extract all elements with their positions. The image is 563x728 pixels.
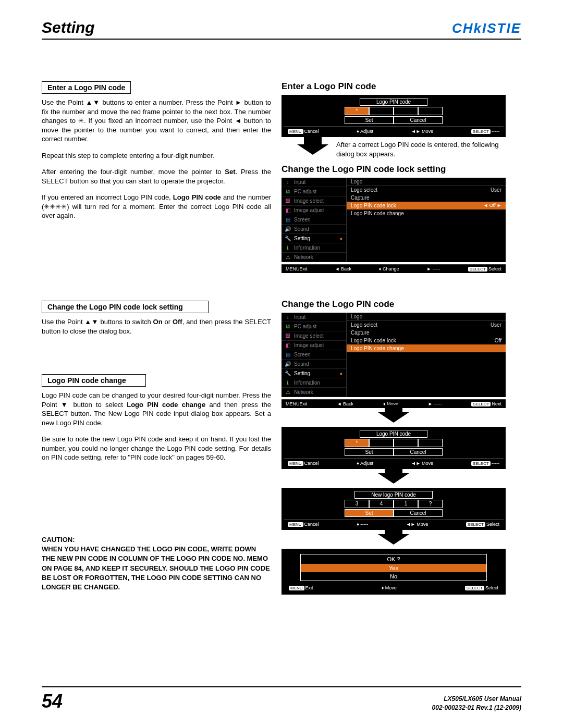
menu-item-screen: ▤Screen bbox=[282, 215, 346, 225]
menu-icon: ◧ bbox=[285, 342, 291, 349]
menu-item-pc-adjust: 🖥PC adjust bbox=[282, 322, 346, 331]
pin-digit-2 bbox=[369, 107, 394, 115]
menu-icon: ℹ bbox=[285, 380, 291, 386]
osd-confirm: OK ? Yes No MENUExit ♦ Move SELECTSelect bbox=[282, 549, 506, 595]
osd1-cancel-button: Cancel bbox=[394, 116, 443, 124]
menu-right-header: Logo bbox=[347, 178, 506, 186]
menu-icon: ◧ bbox=[285, 207, 291, 214]
menu-item-image-select: 🖼Image select bbox=[282, 196, 346, 206]
menu-item-image-select: 🖼Image select bbox=[282, 331, 346, 341]
page-footer: 54 LX505/LX605 User Manual 002-000232-01… bbox=[42, 686, 521, 712]
osd-new-pin: New logo PIN code 3 4 1 ? Set Cancel MEN… bbox=[282, 488, 506, 530]
left-column: Enter a Logo PIN code Use the Point ▲▼ b… bbox=[42, 81, 271, 595]
select-badge: SELECT bbox=[471, 129, 491, 134]
osd1-set-button: Set bbox=[345, 116, 394, 124]
arrow-down-icon bbox=[297, 144, 328, 155]
section-pin-change-header: Logo PIN code change bbox=[42, 374, 146, 387]
sec3-para-2: Be sure to note the new Logo PIN code an… bbox=[42, 435, 271, 462]
caution-text: WHEN YOU HAVE CHANGED THE LOGO PIN CODE,… bbox=[42, 545, 271, 592]
menu1-footer: MENUExit ◄ Back ♦ Change ► ----- SELECTS… bbox=[282, 264, 506, 273]
footer-model: LX505/LX605 User Manual bbox=[432, 695, 521, 704]
menu-icon: ↓ bbox=[285, 179, 291, 186]
right-h2: Change the Logo PIN code lock setting bbox=[282, 164, 506, 175]
arrow-down-icon bbox=[378, 412, 409, 423]
right-h1: Enter a Logo PIN code bbox=[282, 81, 506, 92]
page-title: Setting bbox=[42, 19, 95, 36]
page-header: Setting CHkISTIE bbox=[42, 19, 521, 40]
menu-icon: ▤ bbox=[285, 352, 291, 358]
menu-item-network: ⚠Network bbox=[282, 388, 346, 397]
menu-item-pin-change-selected: Logo PIN code change bbox=[347, 344, 506, 352]
menu-icon: 🔧 bbox=[285, 236, 291, 242]
page-number: 54 bbox=[42, 690, 63, 712]
menu-icon: 🖼 bbox=[285, 198, 291, 204]
menu-icon: 🖥 bbox=[285, 189, 291, 195]
menu-screenshot-change: ↓Input🖥PC adjust🖼Image select◧Image adju… bbox=[282, 313, 506, 397]
sec2-para-1: Use the Point ▲▼ buttons to switch On or… bbox=[42, 317, 271, 336]
menu-item-screen: ▤Screen bbox=[282, 350, 346, 360]
menu-icon: 🖼 bbox=[285, 333, 291, 339]
osd3-set-button-selected: Set bbox=[345, 509, 394, 517]
menu-icon: ▤ bbox=[285, 217, 291, 223]
menu-icon: ⚠ bbox=[285, 254, 291, 261]
menu-icon: 🔊 bbox=[285, 226, 291, 232]
menu-item-sound: 🔊Sound bbox=[282, 225, 346, 234]
osd1-title: Logo PIN code bbox=[360, 98, 427, 106]
right-column: Enter a Logo PIN code Logo PIN code * Se… bbox=[282, 81, 506, 595]
osd-pin-reenter: Logo PIN code * Set Cancel MENUCancel ♦ … bbox=[282, 427, 506, 469]
brand-logo: CHkISTIE bbox=[452, 20, 521, 36]
arrow-caption: After a correct Logo PIN code is entered… bbox=[336, 140, 506, 158]
menu-item-input: ↓Input bbox=[282, 313, 346, 322]
menu-icon: ⚠ bbox=[285, 389, 291, 396]
right-h3: Change the Logo PIN code bbox=[282, 299, 506, 310]
menu-item-input: ↓Input bbox=[282, 178, 346, 187]
menu-item-pc-adjust: 🖥PC adjust bbox=[282, 187, 346, 196]
osd-enter-pin: Logo PIN code * Set Cancel MENUCancel ♦ … bbox=[282, 95, 506, 137]
sec3-para-1: Logo PIN code can be changed to your des… bbox=[42, 391, 271, 427]
menu-icon: ℹ bbox=[285, 245, 291, 251]
sec1-para-1: Use the Point ▲▼ buttons to enter a numb… bbox=[42, 98, 271, 144]
pin-digit-3 bbox=[394, 107, 418, 115]
menu-item-image-adjust: ◧Image adjust bbox=[282, 206, 346, 215]
caution-block: CAUTION: WHEN YOU HAVE CHANGED THE LOGO … bbox=[42, 535, 271, 592]
pin-digit-4 bbox=[418, 107, 443, 115]
footer-docid: 002-000232-01 Rev.1 (12-2009) bbox=[432, 704, 521, 712]
ok-title: OK ? bbox=[301, 554, 486, 564]
menu-badge: MENU bbox=[288, 129, 303, 134]
menu-item-information: ℹInformation bbox=[282, 243, 346, 253]
section-change-lock-header: Change the Logo PIN code lock setting bbox=[42, 301, 209, 313]
page-content: Enter a Logo PIN code Use the Point ▲▼ b… bbox=[42, 81, 521, 595]
menu-item-network: ⚠Network bbox=[282, 253, 346, 262]
menu-icon: 🖥 bbox=[285, 324, 291, 330]
pin-digit-1: * bbox=[345, 107, 369, 115]
triangle-left-icon: ◄ bbox=[338, 371, 343, 376]
menu-icon: 🔧 bbox=[285, 371, 291, 377]
caution-label: CAUTION: bbox=[42, 535, 271, 545]
sec1-para-3: After entering the four-digit number, mo… bbox=[42, 167, 271, 186]
menu-item-setting: 🔧Setting◄ bbox=[282, 369, 346, 378]
triangle-left-icon: ◄ bbox=[338, 236, 343, 241]
menu-icon: 🔊 bbox=[285, 361, 291, 367]
arrow-down-icon bbox=[378, 534, 409, 545]
arrow-down-icon bbox=[378, 473, 409, 484]
menu-item-setting: 🔧Setting◄ bbox=[282, 234, 346, 243]
ok-no: No bbox=[301, 572, 486, 581]
menu-screenshot-lock: ↓Input🖥PC adjust🖼Image select◧Image adju… bbox=[282, 178, 506, 262]
menu-item-image-adjust: ◧Image adjust bbox=[282, 341, 346, 350]
menu-item-pin-lock-selected: Logo PIN code lock◄ Off ► bbox=[347, 202, 506, 209]
sec1-para-2: Repeat this step to complete entering a … bbox=[42, 151, 271, 161]
section-enter-pin-header: Enter a Logo PIN code bbox=[42, 81, 131, 94]
sec1-para-4: If you entered an incorrect Logo PIN cod… bbox=[42, 193, 271, 220]
menu-item-information: ℹInformation bbox=[282, 378, 346, 388]
menu-icon: ↓ bbox=[285, 314, 291, 320]
ok-yes-selected: Yes bbox=[301, 564, 486, 572]
menu-item-sound: 🔊Sound bbox=[282, 360, 346, 369]
